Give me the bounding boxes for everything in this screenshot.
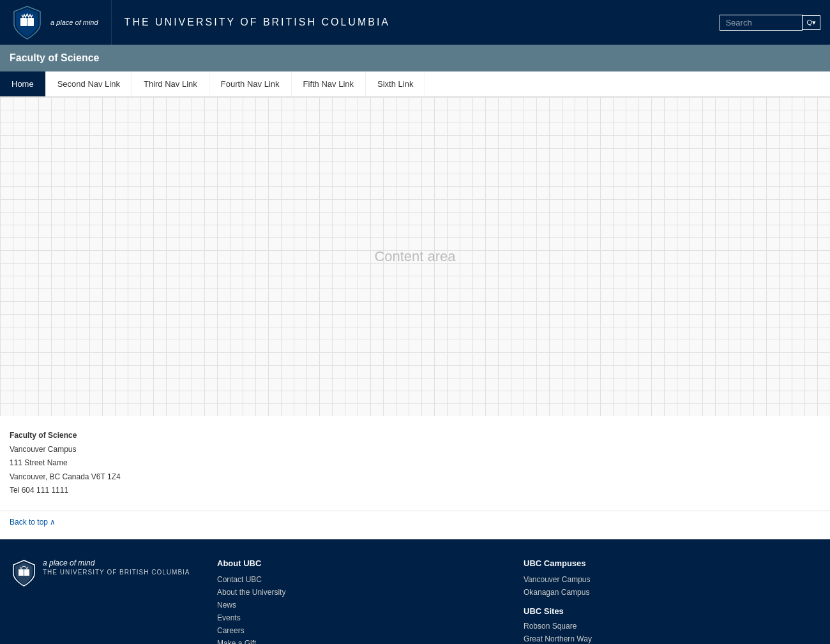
footer-city: Vancouver, BC Canada V6T 1Z4	[10, 470, 820, 484]
logo-area: a place of mind	[0, 0, 112, 45]
footer-link-gift[interactable]: Make a Gift	[217, 639, 256, 644]
footer-tel: Tel 604 111 1111	[10, 484, 820, 498]
top-header: a place of mind THE UNIVERSITY OF BRITIS…	[0, 0, 830, 45]
nav-item-home[interactable]: Home	[0, 71, 46, 96]
footer-link-news[interactable]: News	[217, 601, 236, 610]
about-ubc-links: Contact UBC About the University News Ev…	[217, 574, 511, 644]
faculty-bar: Faculty of Science	[0, 45, 830, 71]
svg-rect-1	[27, 18, 34, 26]
footer-link-about[interactable]: About the University	[217, 588, 285, 597]
ubc-sites-heading: UBC Sites	[524, 606, 817, 616]
search-dropdown-button[interactable]: Q▾	[803, 15, 820, 30]
back-to-top: Back to top ∧	[0, 511, 830, 539]
ubc-wordmark: THE UNIVERSITY OF BRITISH COLUMBIA	[112, 17, 711, 28]
footer-campus: Vancouver Campus	[10, 443, 820, 457]
nav-item-sixth[interactable]: Sixth Link	[366, 71, 425, 96]
search-input[interactable]	[720, 15, 803, 31]
footer-logo-column: a place of mind THE UNIVERSITY OF BRITIS…	[13, 558, 204, 644]
search-area: Q▾	[710, 15, 830, 31]
footer-link-events[interactable]: Events	[217, 613, 241, 622]
ubc-sites-links: Robson Square Great Northern Way Faculty…	[524, 621, 817, 644]
main-footer: a place of mind THE UNIVERSITY OF BRITIS…	[0, 539, 830, 644]
svg-rect-4	[24, 569, 29, 576]
footer-link-contact[interactable]: Contact UBC	[217, 575, 262, 584]
footer-link-vancouver[interactable]: Vancouver Campus	[524, 575, 591, 584]
faculty-title: Faculty of Science	[10, 52, 100, 63]
content-area: Content area	[0, 97, 830, 416]
footer-faculty-name: Faculty of Science	[10, 429, 820, 443]
svg-rect-3	[19, 569, 24, 576]
footer-wordmark: a place of mind THE UNIVERSITY OF BRITIS…	[43, 558, 190, 576]
svg-rect-0	[20, 18, 27, 26]
footer-street: 111 Street Name	[10, 456, 820, 470]
footer-link-okanagan[interactable]: Okanagan Campus	[524, 588, 589, 597]
back-to-top-link[interactable]: Back to top ∧	[10, 518, 56, 527]
footer-link-great-northern[interactable]: Great Northern Way	[524, 634, 592, 643]
footer-link-careers[interactable]: Careers	[217, 626, 245, 635]
footer-campuses-column: UBC Campuses Vancouver Campus Okanagan C…	[524, 558, 817, 644]
nav-item-fourth[interactable]: Fourth Nav Link	[209, 71, 292, 96]
content-placeholder-text: Content area	[374, 248, 455, 265]
place-of-mind-text: a place of mind	[50, 17, 98, 27]
nav-item-second[interactable]: Second Nav Link	[46, 71, 132, 96]
footer-about-column: About UBC Contact UBC About the Universi…	[204, 558, 524, 644]
footer-address: Faculty of Science Vancouver Campus 111 …	[0, 416, 830, 511]
ubc-shield-icon	[13, 5, 42, 40]
nav-item-third[interactable]: Third Nav Link	[132, 71, 209, 96]
navigation-bar: Home Second Nav Link Third Nav Link Four…	[0, 71, 830, 97]
nav-item-fifth[interactable]: Fifth Nav Link	[292, 71, 366, 96]
footer-shield-icon	[13, 560, 35, 587]
ubc-campuses-heading: UBC Campuses	[524, 558, 817, 568]
ubc-campuses-links: Vancouver Campus Okanagan Campus	[524, 574, 817, 597]
footer-link-robson[interactable]: Robson Square	[524, 622, 577, 631]
about-ubc-heading: About UBC	[217, 558, 511, 568]
